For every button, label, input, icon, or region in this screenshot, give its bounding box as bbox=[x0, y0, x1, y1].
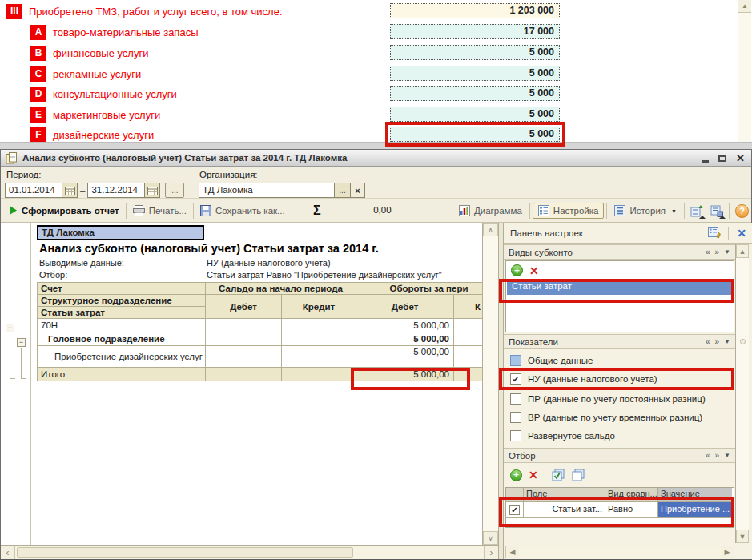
organization-clear-button[interactable]: × bbox=[351, 183, 365, 198]
amount-field[interactable]: 5 000 bbox=[390, 127, 560, 142]
delete-icon[interactable]: ✕ bbox=[529, 265, 539, 276]
col-header-account[interactable]: Счет bbox=[38, 283, 206, 295]
maximize-icon[interactable] bbox=[718, 155, 726, 162]
indicator-row-expanded-balance[interactable]: Развернутое сальдо bbox=[510, 429, 615, 443]
col-header-credit[interactable]: К bbox=[454, 295, 483, 319]
col-header-credit[interactable]: Кредит bbox=[282, 295, 356, 319]
calendar-icon[interactable] bbox=[145, 183, 160, 198]
report-row-cost-item[interactable]: Приобретение дизайнерских услуг bbox=[38, 346, 206, 368]
settings-button[interactable]: Настройка bbox=[533, 203, 605, 219]
col-header-subdivision[interactable]: Структурное подразделение bbox=[38, 295, 206, 307]
scroll-up-icon[interactable]: ▲ bbox=[736, 244, 749, 258]
close-icon[interactable]: ✕ bbox=[736, 153, 745, 163]
uncheck-all-icon[interactable] bbox=[572, 469, 585, 481]
scroll-right-icon[interactable]: ▶ bbox=[721, 546, 734, 558]
generate-report-button[interactable]: Сформировать отчет bbox=[5, 203, 124, 218]
col-header-debit[interactable]: Дебет bbox=[356, 295, 454, 319]
indicator-row-nu[interactable]: ✔ НУ (данные налогового учета) bbox=[510, 372, 657, 386]
filter-horizontal-scrollbar[interactable]: ◀ ▶ bbox=[505, 546, 734, 558]
filter-col-field[interactable]: Поле bbox=[524, 488, 605, 502]
report-horizontal-scrollbar[interactable]: ‹ › bbox=[1, 545, 498, 559]
scrollbar-thumb[interactable] bbox=[17, 547, 353, 558]
report-cell-total-debit[interactable]: 5 000,00 bbox=[356, 368, 454, 381]
filter-col-value[interactable]: Значение bbox=[658, 488, 732, 502]
section-dropdown-icon[interactable]: ▼ bbox=[724, 338, 730, 345]
scroll-left-icon[interactable]: ◀ bbox=[506, 546, 519, 558]
add-icon[interactable]: + bbox=[510, 469, 522, 481]
scroll-up-icon[interactable]: ▲ bbox=[738, 0, 751, 13]
chart-button[interactable]: Диаграмма bbox=[454, 203, 527, 219]
add-icon[interactable]: + bbox=[511, 264, 523, 276]
period-more-button[interactable]: ... bbox=[165, 183, 184, 198]
section-expand-icon[interactable]: » bbox=[715, 337, 720, 346]
report-row-subdivision[interactable]: Головное подразделение bbox=[38, 332, 206, 346]
print-button[interactable]: Печать... bbox=[128, 203, 191, 219]
report-row-total[interactable]: Итого bbox=[38, 368, 206, 381]
indicator-row-common[interactable]: Общие данные bbox=[510, 353, 593, 368]
section-collapse-icon[interactable]: « bbox=[706, 451, 710, 460]
checkbox-icon[interactable] bbox=[510, 412, 521, 423]
filter-col-comparison[interactable]: Вид сравн... bbox=[605, 488, 658, 502]
sum-sigma-button[interactable]: Σ bbox=[313, 203, 321, 218]
check-all-icon[interactable] bbox=[552, 469, 565, 481]
indicator-row-pr[interactable]: ПР (данные по учету постоянных разниц) bbox=[510, 392, 706, 406]
amount-field[interactable]: 1 203 000 bbox=[390, 3, 560, 18]
calendar-icon[interactable] bbox=[62, 183, 78, 198]
checkbox-checked-icon[interactable]: ✔ bbox=[510, 373, 521, 385]
scroll-right-icon[interactable]: › bbox=[484, 546, 498, 559]
amount-field[interactable]: 17 000 bbox=[390, 24, 560, 39]
date-from-input[interactable]: 01.01.2014 bbox=[5, 183, 62, 198]
col-header-cost-items[interactable]: Статьи затрат bbox=[38, 307, 206, 319]
scroll-up-icon[interactable]: ∧ bbox=[483, 223, 498, 236]
section-dropdown-icon[interactable]: ▼ bbox=[724, 452, 730, 459]
section-expand-icon[interactable]: » bbox=[715, 248, 720, 256]
panel-close-icon[interactable]: ✕ bbox=[737, 227, 746, 240]
amount-field[interactable]: 5 000 bbox=[390, 86, 560, 101]
date-to-input[interactable]: 31.12.2014 bbox=[87, 183, 145, 198]
amount-field[interactable]: 5 000 bbox=[390, 107, 560, 122]
delete-icon[interactable]: ✕ bbox=[529, 469, 538, 481]
form-scrollbar[interactable]: ▲ bbox=[738, 0, 751, 142]
checkbox-icon[interactable] bbox=[510, 393, 521, 405]
section-subkonto-header[interactable]: Виды субконто « » ▼ bbox=[504, 244, 735, 260]
col-group-turnover[interactable]: Обороты за пери bbox=[356, 283, 483, 295]
window-titlebar[interactable]: Анализ субконто (налоговый учет) Статьи … bbox=[1, 150, 751, 167]
history-button[interactable]: История ▼ bbox=[609, 203, 682, 219]
help-button[interactable]: ? bbox=[735, 204, 749, 218]
filter-comparison-cell[interactable]: Равно bbox=[605, 502, 658, 518]
save-settings-button[interactable] bbox=[707, 202, 726, 220]
load-settings-button[interactable] bbox=[687, 202, 706, 220]
amount-field[interactable]: 5 000 bbox=[390, 45, 560, 60]
report-cell-debit[interactable]: 5 000,00 bbox=[356, 319, 454, 332]
report-org-cell[interactable]: ТД Лакомка bbox=[37, 225, 204, 240]
section-collapse-icon[interactable]: « bbox=[706, 337, 710, 346]
collapse-group-icon[interactable]: − bbox=[17, 338, 26, 347]
organization-input[interactable]: ТД Лакомка bbox=[199, 183, 335, 198]
report-cell-debit[interactable]: 5 000,00 bbox=[356, 346, 454, 368]
amount-field[interactable]: 5 000 bbox=[390, 66, 560, 81]
collapse-group-icon[interactable]: − bbox=[6, 324, 14, 332]
panel-settings-icon[interactable] bbox=[708, 227, 722, 239]
filter-value-cell[interactable]: Приобретение ... bbox=[658, 502, 732, 518]
report-vertical-scrollbar[interactable]: ∧ ∨ bbox=[482, 223, 498, 545]
section-collapse-icon[interactable]: « bbox=[706, 248, 710, 256]
checkbox-checked-icon[interactable]: ✔ bbox=[509, 505, 520, 515]
filter-row[interactable]: ✔ Статьи зат... Равно Приобретение ... bbox=[506, 502, 734, 518]
save-as-button[interactable]: Сохранить как... bbox=[195, 203, 290, 219]
scroll-left-icon[interactable]: ‹ bbox=[1, 546, 15, 559]
minimize-icon[interactable] bbox=[702, 160, 709, 163]
report-row-account[interactable]: 70Н bbox=[38, 319, 206, 332]
checkbox-icon[interactable] bbox=[510, 430, 521, 441]
scrollbar-knob[interactable] bbox=[740, 339, 746, 344]
checkbox-icon[interactable] bbox=[510, 355, 521, 366]
section-indicators-header[interactable]: Показатели « » ▼ bbox=[504, 334, 735, 349]
panel-divider[interactable] bbox=[498, 223, 504, 559]
panel-vertical-scrollbar[interactable]: ▲ ▼ bbox=[735, 244, 749, 543]
subkonto-item-selected[interactable]: Статьи затрат bbox=[507, 280, 733, 295]
scroll-down-icon[interactable]: ∨ bbox=[483, 531, 498, 545]
organization-choose-button[interactable]: ... bbox=[335, 183, 351, 198]
section-dropdown-icon[interactable]: ▼ bbox=[724, 248, 730, 256]
indicator-row-vr[interactable]: ВР (данные по учету временных разниц) bbox=[510, 410, 702, 425]
col-header-debit[interactable]: Дебет bbox=[206, 295, 282, 319]
filter-field-cell[interactable]: Статьи зат... bbox=[524, 502, 605, 518]
